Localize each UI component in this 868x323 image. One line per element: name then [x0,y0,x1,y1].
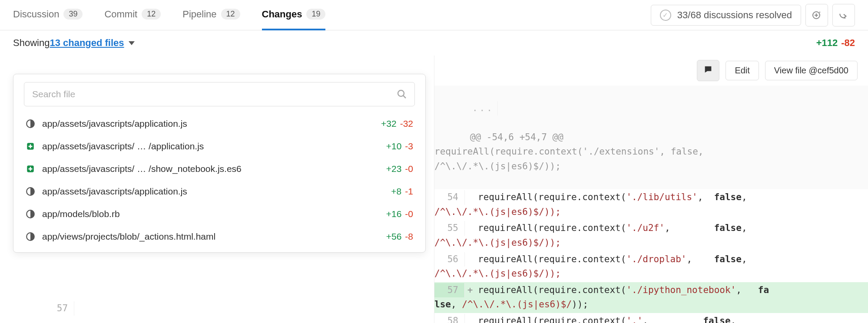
file-deletions: -1 [405,186,413,197]
tab-count-badge: 19 [306,9,325,20]
file-added-icon [26,142,35,151]
changed-files-text: 13 changed files [50,37,124,48]
file-modified-icon [26,232,35,241]
line-number: 54 [434,190,465,205]
diff-marker [44,316,54,323]
diff-right-pane: Edit View file @cef5d00 ... @@ -54,6 +54… [434,56,868,323]
file-additions: +56 [386,231,402,242]
total-additions: +112 [816,37,838,49]
showing-row: Showing 13 changed files +112 -82 [0,30,868,56]
tab-label: Pipeline [182,9,216,20]
changed-files-toggle[interactable]: 13 changed files [50,37,124,49]
diff-line[interactable]: 56 requireAll(require.context('./droplab… [434,251,868,282]
diff-marker [465,221,475,236]
file-additions: +23 [386,164,402,174]
reply-arrow-icon [838,10,849,21]
diff-marker [465,252,475,267]
svg-point-1 [819,11,820,12]
diff-marker: + [465,283,475,298]
chevron-down-icon [129,41,135,45]
file-row[interactable]: app/assets/javascripts/ … /show_notebook… [13,158,425,180]
file-path: app/views/projects/blob/_actions.html.ha… [42,231,382,242]
tab-count-badge: 12 [221,9,240,20]
new-issue-button[interactable] [805,4,828,26]
file-deletions: -0 [405,164,413,174]
file-modified-icon [26,187,35,196]
svg-point-2 [398,90,404,96]
tab-count-badge: 12 [142,9,161,20]
comment-icon [703,65,713,74]
showing-prefix: Showing [13,37,50,49]
file-list-dropdown: app/assets/javascripts/application.js+32… [13,74,426,253]
file-path: app/assets/javascripts/application.js [42,186,387,197]
tab-count-badge: 39 [63,9,83,20]
file-additions: +10 [386,141,402,152]
code-text: requireAll(require.context('./lib/utils'… [434,192,747,217]
file-path: app/assets/javascripts/ … /application.j… [42,141,382,152]
diff-line[interactable]: 57+requireAll(require.context('./ipython… [434,282,868,313]
file-path: app/models/blob.rb [42,209,382,219]
expand-icon[interactable]: ... [467,101,498,116]
search-file-input[interactable] [24,82,415,106]
line-number: 56 [434,252,465,267]
file-row[interactable]: app/assets/javascripts/ … /application.j… [13,135,425,158]
mr-tabbar: Discussion 39 Commit 12 Pipeline 12 Chan… [0,0,868,30]
file-actions: Edit View file @cef5d00 [434,56,868,86]
file-modified-icon [26,209,35,219]
diff-line[interactable]: 58 requireAll(require.context('.', false… [434,313,868,323]
jump-next-button[interactable] [832,4,855,26]
file-deletions: -8 [405,231,413,242]
file-path: app/assets/javascripts/ … /show_notebook… [42,164,382,174]
mr-tabs: Discussion 39 Commit 12 Pipeline 12 Chan… [13,0,325,30]
issue-plus-icon [812,10,822,20]
file-row[interactable]: app/assets/javascripts/application.js+8-… [13,180,425,203]
code-text: requireAll(require.context('.', false,/^… [434,316,736,323]
tab-label: Discussion [13,9,59,20]
line-number: 58 [434,314,465,323]
file-row[interactable]: app/views/projects/blob/_actions.html.ha… [13,225,425,248]
file-deletions: -32 [400,119,413,129]
file-deletions: -3 [405,141,413,152]
file-row[interactable]: app/assets/javascripts/application.js+32… [13,112,425,135]
code-text: requireAll(require.context('./ipython_no… [434,285,769,310]
diff-line[interactable]: 57 requireAll(require.context('.', false… [0,286,434,323]
hunk-text: @@ -54,6 +54,7 @@requireAll(require.cont… [434,132,704,171]
file-added-icon [26,164,35,174]
search-icon [397,89,407,99]
discussions-resolved-text: 33/68 discussions resolved [677,10,792,21]
line-number: 55 [434,221,465,236]
diff-line[interactable]: 55 requireAll(require.context('./u2f', f… [434,220,868,251]
tab-changes[interactable]: Changes 19 [262,0,326,30]
tab-discussion[interactable]: Discussion 39 [13,0,83,30]
check-circle-icon: ✓ [660,10,671,21]
file-additions: +16 [386,209,402,219]
total-deletions: -82 [841,37,855,49]
tab-label: Changes [262,9,302,20]
line-number: 57 [434,283,465,298]
file-additions: +32 [381,119,397,129]
diff-marker [465,314,475,323]
toggle-comments-button[interactable] [697,60,719,81]
tab-pipeline[interactable]: Pipeline 12 [182,0,240,30]
tab-label: Commit [104,9,137,20]
view-file-button[interactable]: View file @cef5d00 [765,61,858,80]
tab-commit[interactable]: Commit 12 [104,0,161,30]
code-text: requireAll(require.context('./u2f', fals… [434,223,747,248]
edit-button[interactable]: Edit [726,61,759,80]
file-row[interactable]: app/models/blob.rb+16-0 [13,203,425,225]
diff-line[interactable]: 54 requireAll(require.context('./lib/uti… [434,189,868,220]
code-text: requireAll(require.context('./droplab', … [434,254,747,279]
file-deletions: -0 [405,209,413,219]
svg-line-3 [403,96,406,98]
line-number: 57 [44,301,74,316]
file-modified-icon [26,119,35,129]
file-path: app/assets/javascripts/application.js [42,119,377,129]
diff-marker [465,190,475,205]
discussions-resolved-box: ✓ 33/68 discussions resolved [651,5,801,26]
hunk-header[interactable]: ... @@ -54,6 +54,7 @@requireAll(require.… [434,86,868,189]
file-additions: +8 [391,186,401,197]
